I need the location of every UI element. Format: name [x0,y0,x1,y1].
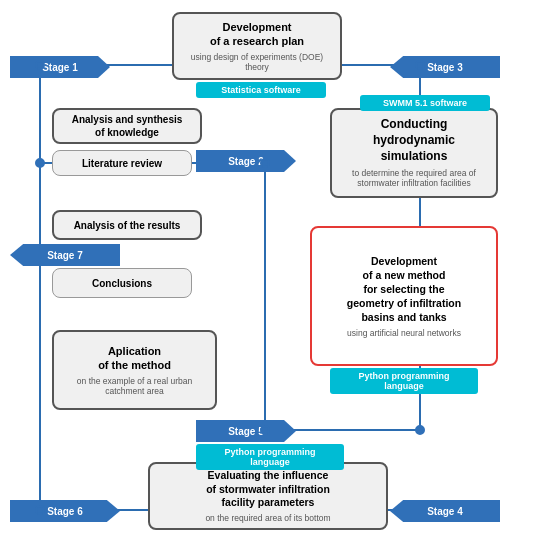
dot-topleft [35,60,45,70]
python2-tag: Python programming language [196,444,344,470]
evaluating-box: Evaluating the influence of stormwater i… [148,462,388,530]
hydrodynamic-box: Conducting hydrodynamic simulations to d… [330,108,498,198]
evaluating-title: Evaluating the influence of stormwater i… [206,469,330,510]
analysis-results-title: Analysis of the results [74,219,181,232]
analysis-synthesis-title: Analysis and synthesis of knowledge [72,113,183,139]
dot-topright [415,60,425,70]
application-title: Aplication of the method [98,344,171,373]
diagram: Development of a research plan using des… [0,0,533,550]
research-plan-title: Development of a research plan [210,20,304,49]
analysis-synthesis-box: Analysis and synthesis of knowledge [52,108,202,144]
dot-bottomleft [35,505,45,515]
stage2-arrow: Stage 2 [196,150,296,172]
analysis-results-box: Analysis of the results [52,210,202,240]
dot-stage4-right [415,425,425,435]
research-plan-subtitle: using design of experiments (DOE) theory [191,52,323,72]
research-plan-box: Development of a research plan using des… [172,12,342,80]
stage7-arrow: Stage 7 [10,244,120,266]
stage4-arrow: Stage 4 [390,500,500,522]
stage2-label: Stage 2 [228,156,264,167]
application-box: Aplication of the method on the example … [52,330,217,410]
literature-review-title: Literature review [82,157,162,170]
hydrodynamic-subtitle: to determine the required area of stormw… [352,168,476,188]
new-method-box: Development of a new method for selectin… [310,226,498,366]
new-method-title: Development of a new method for selectin… [347,254,461,325]
conclusions-box: Conclusions [52,268,192,298]
dot-stage2-center [260,158,270,168]
stage7-label: Stage 7 [47,250,83,261]
statistica-tag: Statistica software [196,82,326,98]
stage6-label: Stage 6 [47,506,83,517]
hydrodynamic-title: Conducting hydrodynamic simulations [373,117,455,164]
stage3-label: Stage 3 [427,62,463,73]
stage5-arrow: Stage 5 [196,420,296,442]
conclusions-title: Conclusions [92,277,152,290]
evaluating-subtitle: on the required area of its bottom [205,513,330,523]
swmm-tag: SWMM 5.1 software [360,95,490,111]
new-method-subtitle: using artificial neural networks [347,328,461,338]
dot-stage2-left [35,158,45,168]
literature-review-box: Literature review [52,150,192,176]
stage5-label: Stage 5 [228,426,264,437]
application-subtitle: on the example of a real urban catchment… [77,376,192,396]
stage1-arrow: Stage 1 [10,56,110,78]
stage4-label: Stage 4 [427,506,463,517]
stage6-arrow: Stage 6 [10,500,120,522]
stage1-label: Stage 1 [42,62,78,73]
python1-tag: Python programming language [330,368,478,394]
stage3-arrow: Stage 3 [390,56,500,78]
dot-stage5-bottom [260,425,270,435]
